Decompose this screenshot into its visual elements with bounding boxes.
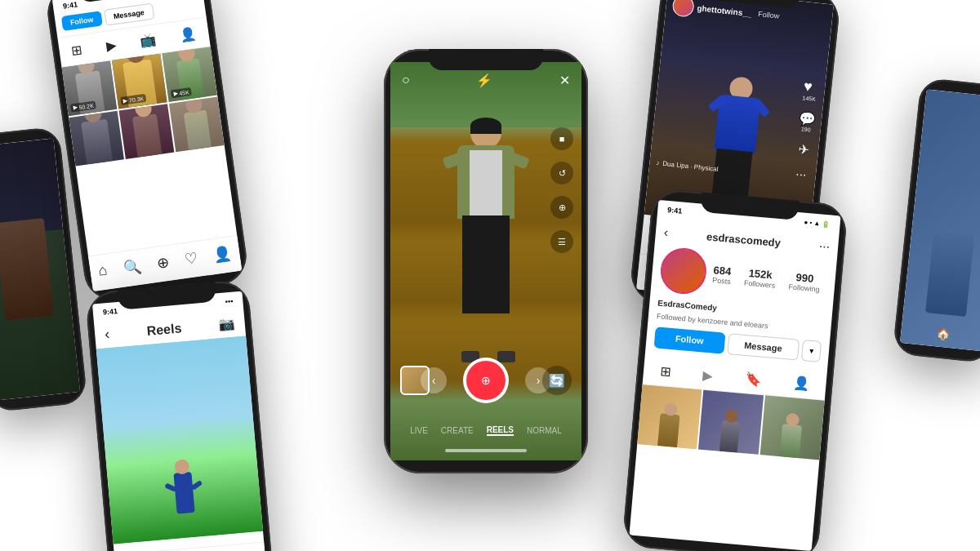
screen-camera: ○ ⚡ ✕ ■ ↺ ⊕ ☰ ‹ ⊕ › [390,62,581,460]
profile-stats: 684 Posts 152k Followers 990 Following [705,256,828,300]
profile-tab-saved[interactable]: 🔖 [744,371,762,388]
record-icon: ⊕ [481,374,491,387]
cam-flash-icon[interactable]: ⚡ [476,73,492,88]
profile-grid-1[interactable] [637,384,702,449]
cam-layout-btn[interactable]: ☰ [550,230,573,253]
camera-icon-2[interactable]: 📷 [218,316,236,333]
grid-thumb-5[interactable] [119,104,175,159]
nav-profile-1[interactable]: 👤 [212,244,233,264]
stat-posts: 684 Posts [712,264,733,286]
flip-camera-btn[interactable]: 🔄 [542,366,572,395]
nav-add-1[interactable]: ⊕ [155,252,170,272]
mode-reels[interactable]: REELS [487,425,514,436]
profile-tab-reels[interactable]: ▶ [702,367,714,384]
tab-profile[interactable]: 👤 [179,25,197,43]
stat-followers: 152k Followers [744,266,777,289]
posts-label: Posts [712,276,731,286]
profile-dropdown-btn[interactable]: ▾ [801,340,822,362]
mode-live[interactable]: LIVE [410,426,428,435]
profile-tab-grid[interactable]: ⊞ [659,363,671,380]
photo-grid: ▶ 50.2K ▶ 70.3K ▶ 45K [62,47,225,166]
profile-grid-3[interactable] [760,395,824,460]
grid-thumb-1[interactable]: ▶ 50.2K [62,60,118,116]
phone-camera: ○ ⚡ ✕ ■ ↺ ⊕ ☰ ‹ ⊕ › [384,49,588,473]
cam-circle-icon[interactable]: ○ [402,73,410,87]
reel-heart-action[interactable]: ♥ 145K [802,78,817,102]
cam-timer-btn[interactable]: ⊕ [550,196,573,219]
status-icons-5: ● ▪ ▲ 🔋 [804,218,831,228]
tab-grid[interactable]: ⊞ [70,42,83,59]
camera-top-bar: ○ ⚡ ✕ [390,62,581,98]
mode-bar: LIVE CREATE REELS NORMAL [390,425,581,436]
person-in-camera [437,118,535,362]
comments-count: 190 [797,126,814,133]
profile-more-btn[interactable]: ··· [818,238,831,254]
back-arrow-2[interactable]: ‹ [104,326,110,343]
following-label: Following [788,282,820,293]
tab-igtv[interactable]: 📺 [139,31,157,49]
tab-reels[interactable]: ▶ [105,37,118,53]
partial-home[interactable]: 🏠 [936,327,951,341]
mode-normal[interactable]: NORMAL [527,426,562,435]
prev-arrow[interactable]: ‹ [421,367,447,393]
reel-avatar [671,0,695,18]
cam-close-icon[interactable]: ✕ [559,73,570,88]
reels-title: Reels [146,321,182,339]
reel-send-action[interactable]: ✈ [798,141,810,158]
stat-following: 990 Following [788,270,821,293]
reel-more-action[interactable]: ··· [795,167,807,182]
bottom-nav-2: ⌂ 🔍 ⊕ ♡ 👤 [114,541,267,551]
status-time-5: 9:41 [667,206,683,216]
nav-heart-1[interactable]: ♡ [184,248,199,268]
grid-thumb-6[interactable] [169,97,225,153]
camera-viewfinder: ○ ⚡ ✕ ■ ↺ ⊕ ☰ ‹ ⊕ › [390,62,581,460]
mode-create[interactable]: CREATE [441,426,474,435]
reels-video-content [96,335,263,544]
reel-comment-action[interactable]: 💬 190 [797,110,816,133]
cam-effect-btn[interactable]: ↺ [550,162,573,184]
capture-button[interactable]: ⊕ [463,358,509,403]
profile-avatar-img [659,247,709,296]
nav-search-1[interactable]: 🔍 [122,256,142,277]
cam-sticker-btn[interactable]: ■ [550,127,573,150]
grid-thumb-2[interactable]: ▶ 70.3K [112,54,167,109]
capture-inner: ⊕ [466,361,506,400]
screen-reels-page: 9:41 ▪▪▪ ‹ Reels 📷 [92,291,267,551]
screen-grid: 9:41 ▪▪▪ Follow Message ⊞ ▶ 📺 👤 ▶ [52,0,243,291]
profile-tab-tagged[interactable]: 👤 [793,375,811,392]
reel-follow[interactable]: Follow [758,10,780,20]
status-icons-2: ▪▪▪ [225,297,233,306]
reel-header: ghettotwins__ Follow [671,0,826,32]
profile-grid-2[interactable] [698,390,763,455]
status-time-2: 9:41 [102,307,118,317]
reel-username: ghettotwins__ [697,3,752,18]
phone-profile: 9:41 ● ▪ ▲ 🔋 ‹ esdrascomedy ··· 684 Post… [621,188,848,551]
camera-side-controls: ■ ↺ ⊕ ☰ [550,127,573,253]
screen-profile: 9:41 ● ▪ ▲ 🔋 ‹ esdrascomedy ··· 684 Post… [629,200,840,551]
posts-count: 684 [713,264,733,278]
music-note-icon: ♪ [656,159,660,167]
grid-thumb-3[interactable]: ▶ 45K [162,47,217,102]
likes-count: 145K [802,95,816,102]
reel-actions: ♥ 145K 💬 190 ✈ ··· [792,78,819,182]
phone-reels-page: 9:41 ▪▪▪ ‹ Reels 📷 [85,279,274,551]
nav-home-1[interactable]: ⌂ [97,261,109,279]
grid-thumb-4[interactable] [69,111,124,167]
status-time-1: 9:41 [62,0,78,10]
home-indicator-3 [445,449,527,452]
